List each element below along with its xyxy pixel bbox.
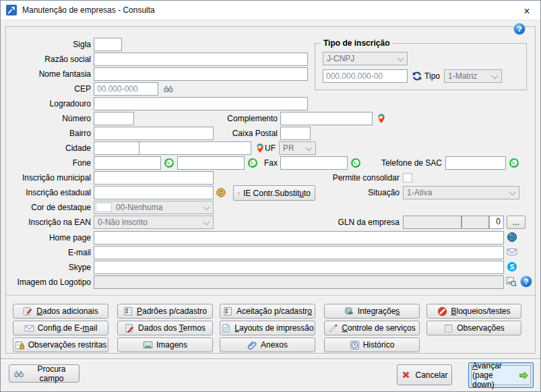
maps-pin-icon[interactable]: [376, 113, 387, 124]
whatsapp-icon[interactable]: [350, 158, 361, 168]
gln-more-button[interactable]: ...: [507, 216, 526, 229]
documento-numero-input[interactable]: [323, 69, 408, 83]
historico-button[interactable]: Histórico: [324, 337, 420, 352]
cancel-x-icon: [401, 370, 411, 380]
sigla-label: Sigla: [5, 38, 91, 51]
bairro-input[interactable]: [94, 127, 214, 140]
globe-icon[interactable]: [507, 232, 517, 242]
numero-input[interactable]: [94, 112, 134, 125]
envelope-icon[interactable]: [507, 247, 517, 257]
observacoes-restritas-button[interactable]: Observações restritas: [13, 337, 108, 352]
notepad-icon: [443, 323, 453, 333]
inscricao-ean-dropdown: 0-Não inscrito: [94, 216, 214, 229]
observacoes-button[interactable]: Observações: [426, 321, 521, 335]
integracoes-button[interactable]: Integrações: [324, 304, 420, 319]
email-input[interactable]: [94, 246, 504, 259]
svg-text:?: ?: [517, 24, 521, 34]
controle-servicos-button[interactable]: Controle de serviços: [324, 321, 420, 335]
aceitacao-cadastro-button[interactable]: Aceitação p/cadastro: [220, 304, 315, 319]
nome-fantasia-input[interactable]: [94, 67, 308, 81]
skype-input[interactable]: [94, 261, 504, 274]
button-label: Bloqueios/testes: [451, 306, 510, 316]
numero-label: Número: [5, 112, 91, 125]
button-label: Anexos: [261, 340, 288, 350]
dados-adicionais-button[interactable]: Dados adicionais: [13, 304, 108, 319]
app-icon: [6, 5, 17, 15]
whatsapp-icon[interactable]: [164, 158, 174, 168]
logradouro-input[interactable]: [94, 97, 308, 110]
permite-consolidar-label: Permite consolidar: [304, 171, 400, 185]
cancelar-button[interactable]: Cancelar: [397, 364, 452, 385]
razao-social-input[interactable]: [94, 53, 308, 66]
chevron-down-icon: [203, 204, 210, 211]
chevron-down-icon: [203, 219, 210, 226]
picture-icon: [143, 340, 153, 350]
button-label: Config.de E-mail: [38, 323, 98, 333]
telefone-sac-input[interactable]: [445, 156, 506, 170]
help-icon[interactable]: ?: [520, 275, 532, 288]
button-label: Imagens: [156, 340, 187, 350]
block-icon: [437, 306, 447, 317]
binoculars-icon: [13, 368, 24, 379]
inscricao-estadual-input[interactable]: [94, 186, 214, 199]
sintegra-coin-icon[interactable]: [216, 187, 226, 198]
config-email-button[interactable]: Config.de E-mail: [13, 321, 108, 335]
clock-icon: [350, 340, 360, 350]
button-label: Aceitação p/cadastro: [236, 306, 312, 316]
uf-dropdown: PR: [279, 141, 316, 155]
cor-destaque-dropdown: 00-Nenhuma: [94, 201, 214, 214]
tipo-label: Tipo: [418, 69, 440, 83]
gln-counter-field: 0: [489, 216, 504, 229]
inscricao-ean-label: Inscrição na EAN: [5, 216, 91, 229]
fields-buttons-divider: [6, 295, 535, 296]
gln-empresa-label: GLN da empresa: [304, 216, 400, 229]
skype-icon[interactable]: S: [507, 261, 517, 272]
help-icon[interactable]: ?: [513, 23, 526, 35]
checklist-icon: [223, 306, 233, 317]
layouts-impressao-button[interactable]: Layouts de impressão: [220, 321, 315, 335]
cidade-nome-input[interactable]: [139, 141, 251, 155]
uf-label: UF: [259, 141, 276, 155]
home-page-input[interactable]: [94, 231, 504, 244]
inscricao-municipal-input[interactable]: [94, 171, 214, 185]
window: Manutenção de empresas - Consulta × ? Si…: [0, 0, 541, 392]
procura-campo-button[interactable]: Procura campo: [9, 364, 79, 383]
padroes-cadastro-button[interactable]: Padrões p/cadastro: [117, 304, 213, 319]
notepad-lock-icon: [15, 340, 25, 350]
button-label: Histórico: [363, 340, 395, 350]
button-label: Padrões p/cadastro: [137, 306, 207, 316]
paperclip-icon: [247, 340, 257, 350]
fax-label: Fax: [203, 156, 278, 170]
home-page-label: Home page: [5, 231, 91, 244]
cep-search-binoculars-icon[interactable]: [163, 84, 174, 94]
permite-consolidar-checkbox: [403, 173, 412, 183]
fone1-input[interactable]: [94, 156, 161, 170]
cep-input[interactable]: [94, 82, 158, 96]
close-button[interactable]: ×: [513, 1, 540, 20]
sintegra-coin-icon: [238, 189, 240, 198]
cidade-label: Cidade: [5, 141, 91, 155]
button-label: Dados adicionais: [36, 306, 98, 316]
avancar-button[interactable]: Avançar (page down): [468, 362, 534, 388]
imagem-logotipo-field: [94, 275, 504, 289]
tipo-inscricao-group: [315, 43, 527, 90]
inscricao-estadual-label: Inscrição estadual: [5, 186, 91, 199]
titlebar: Manutenção de empresas - Consulta ×: [1, 1, 540, 20]
close-icon: ×: [523, 5, 530, 17]
checklist-icon: [123, 306, 133, 317]
sigla-input[interactable]: [94, 38, 122, 51]
image-preview-icon[interactable]: [506, 276, 517, 287]
caixa-postal-input[interactable]: [280, 127, 311, 140]
anexos-button[interactable]: Anexos: [220, 337, 315, 352]
fax-input[interactable]: [280, 156, 348, 170]
cidade-codigo-input[interactable]: [94, 141, 139, 155]
complemento-input[interactable]: [280, 112, 373, 125]
imagens-button[interactable]: Imagens: [117, 337, 213, 352]
whatsapp-icon[interactable]: [509, 158, 519, 168]
inscricao-municipal-label: Inscrição municipal: [5, 171, 91, 185]
complemento-label: Complemento: [203, 112, 278, 125]
red-pen-icon: [328, 323, 338, 333]
ie-contr-substituto-button[interactable]: IE Contr.Substituto: [233, 185, 315, 201]
dados-termos-button[interactable]: Dados dos Termos: [117, 321, 213, 335]
bloqueios-testes-button[interactable]: Bloqueios/testes: [426, 304, 521, 319]
